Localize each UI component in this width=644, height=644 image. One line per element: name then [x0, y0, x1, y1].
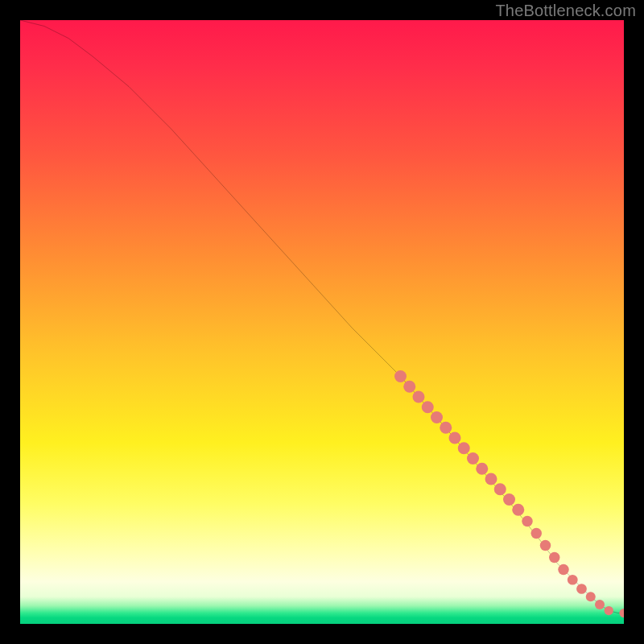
data-marker — [549, 552, 560, 564]
data-marker — [512, 504, 524, 516]
data-marker — [431, 411, 443, 423]
data-marker — [576, 584, 587, 594]
data-marker — [595, 600, 605, 609]
data-marker — [485, 473, 497, 485]
data-marker — [522, 516, 533, 527]
data-marker — [413, 391, 425, 403]
data-marker — [586, 592, 596, 601]
data-marker — [558, 564, 569, 576]
data-marker — [540, 540, 551, 551]
data-marker — [619, 609, 624, 617]
data-marker — [449, 432, 461, 444]
data-markers — [394, 370, 624, 617]
data-marker — [605, 606, 613, 615]
chart-stage: TheBottleneck.com — [0, 0, 644, 644]
plot-area — [20, 20, 624, 624]
data-marker — [458, 442, 470, 454]
data-marker — [467, 452, 479, 464]
data-marker — [422, 401, 434, 413]
attribution-text: TheBottleneck.com — [495, 2, 636, 20]
data-marker — [394, 370, 407, 382]
data-marker — [568, 575, 578, 585]
data-marker — [531, 528, 543, 539]
chart-svg — [20, 20, 624, 624]
data-marker — [503, 493, 515, 506]
data-marker — [476, 463, 488, 475]
data-marker — [403, 381, 415, 393]
data-marker — [494, 483, 506, 495]
bottleneck-curve — [20, 20, 624, 613]
data-marker — [440, 422, 452, 434]
